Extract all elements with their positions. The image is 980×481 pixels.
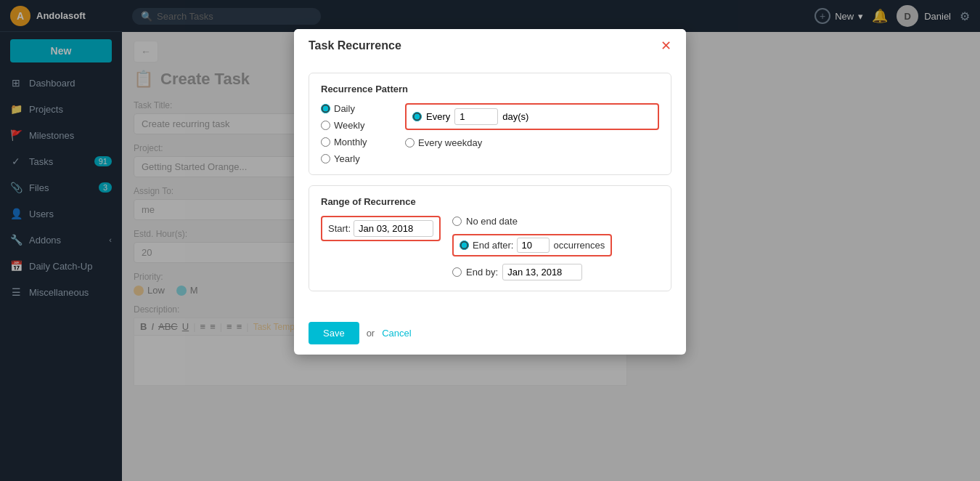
range-end-options: No end date End after: occurrences: [452, 216, 612, 280]
no-end-radio[interactable]: [452, 217, 462, 226]
range-section-title: Range of Recurrence: [321, 196, 659, 207]
start-date-input[interactable]: [354, 220, 433, 237]
range-of-recurrence-section: Range of Recurrence Start: No end date: [309, 185, 671, 291]
daily-label: Daily: [334, 103, 355, 114]
monthly-radio[interactable]: [321, 137, 330, 147]
end-after-input[interactable]: [517, 238, 550, 253]
every-weekday-label: Every weekday: [418, 137, 482, 148]
save-button[interactable]: Save: [309, 322, 359, 344]
recurrence-layout: Daily Weekly Monthly Yearly: [321, 103, 659, 164]
recurrence-pattern-title: Recurrence Pattern: [321, 84, 659, 94]
range-layout: Start: No end date: [321, 216, 659, 280]
or-label: or: [367, 328, 375, 339]
weekly-radio[interactable]: [321, 121, 330, 130]
cancel-button[interactable]: Cancel: [382, 328, 411, 339]
daily-option[interactable]: Daily: [321, 103, 393, 114]
task-recurrence-modal: Task Recurrence ✕ Recurrence Pattern Dai…: [294, 29, 686, 355]
yearly-radio[interactable]: [321, 154, 330, 163]
every-n-radio[interactable]: [412, 112, 422, 121]
every-weekday-option[interactable]: Every weekday: [405, 137, 659, 148]
modal-close-button[interactable]: ✕: [661, 39, 671, 52]
start-label: Start:: [328, 223, 351, 234]
every-weekday-radio[interactable]: [405, 138, 415, 147]
every-n-days-row: Every day(s): [405, 103, 659, 130]
end-after-option: End after: occurrences: [452, 234, 612, 256]
every-n-radio-label[interactable]: [412, 112, 422, 121]
weekly-option[interactable]: Weekly: [321, 120, 393, 131]
range-start: Start:: [321, 216, 441, 241]
recurrence-detail: Every day(s) Every weekday: [393, 103, 659, 164]
end-after-label: End after:: [473, 240, 513, 251]
end-by-option[interactable]: End by:: [452, 264, 612, 280]
modal-header: Task Recurrence ✕: [294, 29, 686, 62]
daily-radio[interactable]: [321, 104, 330, 113]
end-after-radio[interactable]: [460, 240, 469, 250]
yearly-option[interactable]: Yearly: [321, 153, 393, 164]
end-by-label: End by:: [466, 267, 498, 278]
every-n-input[interactable]: [454, 108, 498, 125]
monthly-label: Monthly: [334, 137, 367, 147]
occurrences-label: occurrences: [553, 240, 605, 251]
start-highlight-box: Start:: [321, 216, 441, 241]
weekly-label: Weekly: [334, 120, 364, 131]
modal-footer: Save or Cancel: [294, 312, 686, 355]
no-end-date-option[interactable]: No end date: [452, 216, 612, 227]
recurrence-options: Daily Weekly Monthly Yearly: [321, 103, 393, 164]
modal-body: Recurrence Pattern Daily Weekly: [294, 62, 686, 312]
yearly-label: Yearly: [334, 153, 360, 164]
days-suffix: day(s): [502, 111, 528, 122]
end-by-input[interactable]: [502, 264, 582, 280]
no-end-label: No end date: [466, 216, 518, 227]
recurrence-pattern-section: Recurrence Pattern Daily Weekly: [309, 73, 671, 175]
end-by-radio[interactable]: [452, 267, 462, 277]
every-label: Every: [426, 111, 450, 122]
modal-overlay: Task Recurrence ✕ Recurrence Pattern Dai…: [0, 0, 980, 481]
monthly-option[interactable]: Monthly: [321, 137, 393, 147]
modal-title: Task Recurrence: [309, 39, 401, 52]
